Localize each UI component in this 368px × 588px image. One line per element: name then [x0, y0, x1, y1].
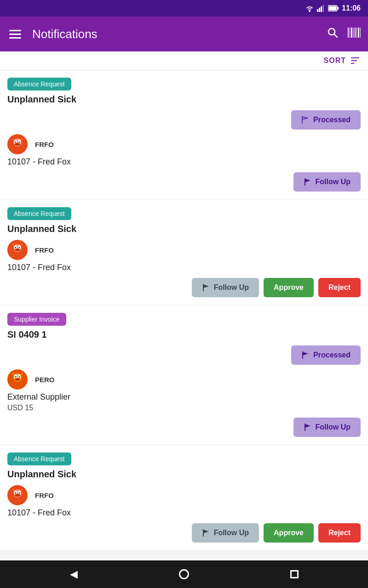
svg-rect-10 [350, 28, 350, 38]
tag-badge-3: Supplier Invoice [7, 313, 66, 326]
processed-button-3[interactable]: Processed [291, 345, 361, 365]
employee-id-1: 10107 - Fred Fox [7, 157, 361, 167]
svg-point-34 [19, 247, 20, 249]
app-bar: Notifications [0, 17, 368, 51]
flag-icon-1 [301, 116, 310, 124]
status-bar: 11:06 [0, 0, 368, 17]
back-button[interactable]: ◀ [64, 565, 83, 583]
svg-rect-6 [329, 6, 337, 11]
recents-button[interactable] [285, 565, 304, 583]
app-title: Notifications [32, 27, 317, 41]
content-area: Absence Request Unplanned Sick Processed [0, 70, 368, 560]
svg-marker-28 [305, 179, 310, 182]
app-bar-actions [327, 27, 361, 41]
avatar-4 [7, 485, 28, 505]
battery-icon [328, 5, 339, 11]
svg-marker-37 [203, 284, 209, 288]
tag-badge-2: Absence Request [7, 207, 71, 220]
approve-button-4[interactable]: Approve [264, 523, 314, 543]
svg-rect-3 [322, 5, 324, 12]
hamburger-line-2 [9, 34, 21, 35]
sort-icon [350, 56, 361, 65]
avatar-code-3: PERO [35, 376, 55, 384]
notification-card-4: Absence Request Unplanned Sick FRFO 1010… [0, 445, 368, 550]
sort-bar[interactable]: SORT [0, 51, 368, 70]
svg-rect-14 [356, 28, 357, 38]
avatar-code-2: FRFO [35, 246, 54, 254]
action-row-4: Follow Up Approve Reject [7, 523, 361, 543]
svg-point-55 [15, 494, 20, 497]
svg-rect-2 [321, 6, 322, 12]
avatar-code-4: FRFO [35, 492, 54, 499]
sort-label: SORT [324, 57, 346, 65]
follow-up-button-2[interactable]: Follow Up [192, 278, 259, 297]
svg-point-53 [15, 492, 17, 494]
flag-icon-followup-2 [202, 284, 210, 291]
action-row-2: Follow Up Approve Reject [7, 278, 361, 297]
status-time: 11:06 [342, 4, 361, 12]
follow-up-button-4[interactable]: Follow Up [192, 523, 259, 543]
flag-icon-followup-1 [304, 178, 312, 186]
employee-id-3: External Supplier [7, 392, 361, 402]
svg-rect-5 [337, 7, 339, 10]
flag-icon-followup-4 [202, 529, 210, 537]
avatar-code-1: FRFO [35, 141, 54, 148]
action-row-1: Follow Up [7, 172, 361, 192]
avatar-row-2: FRFO [7, 240, 361, 260]
avatar-3 [7, 369, 28, 390]
notification-card-1: Absence Request Unplanned Sick Processed [0, 70, 368, 199]
hamburger-line-1 [9, 30, 21, 31]
svg-rect-9 [348, 28, 349, 38]
svg-marker-57 [203, 530, 209, 533]
notification-card-3: Supplier Invoice SI 0409 1 Processed [0, 305, 368, 444]
svg-rect-1 [319, 8, 320, 12]
avatar-2 [7, 240, 28, 260]
svg-point-24 [15, 141, 17, 143]
signal-icon [317, 5, 325, 12]
notification-card-2: Absence Request Unplanned Sick FRFO 1010… [0, 200, 368, 305]
status-icons: 11:06 [305, 4, 361, 12]
supplier-usd-3: USD 15 [7, 404, 361, 412]
card-title-1: Unplanned Sick [7, 94, 361, 105]
hamburger-line-3 [9, 37, 21, 39]
follow-up-button-3[interactable]: Follow Up [293, 418, 361, 437]
follow-up-button-1[interactable]: Follow Up [293, 172, 361, 192]
svg-line-8 [334, 34, 338, 38]
home-circle [179, 569, 189, 579]
bottom-nav: ◀ [0, 560, 368, 588]
svg-rect-12 [353, 28, 354, 38]
avatar-row-3: PERO [7, 369, 361, 390]
reject-button-4[interactable]: Reject [318, 523, 361, 543]
svg-point-33 [15, 247, 17, 249]
svg-point-45 [19, 376, 20, 378]
approve-button-2[interactable]: Approve [264, 278, 314, 297]
processed-button-1[interactable]: Processed [291, 110, 361, 130]
barcode-button[interactable] [348, 28, 361, 40]
card-title-3: SI 0409 1 [7, 329, 361, 340]
card-title-4: Unplanned Sick [7, 469, 361, 480]
home-button[interactable] [175, 565, 193, 583]
svg-point-26 [15, 143, 20, 146]
wifi-icon [305, 5, 314, 12]
tag-badge-4: Absence Request [7, 452, 71, 465]
svg-point-25 [19, 141, 20, 143]
svg-point-35 [15, 249, 20, 251]
svg-rect-0 [317, 9, 318, 12]
flag-icon-processed-3 [301, 351, 310, 359]
avatar-1 [7, 134, 28, 154]
svg-rect-16 [360, 28, 361, 38]
menu-button[interactable] [7, 28, 23, 40]
action-row-3: Follow Up [7, 418, 361, 437]
svg-point-46 [15, 378, 20, 381]
svg-rect-11 [351, 28, 352, 38]
svg-marker-39 [303, 352, 308, 356]
tag-badge-1: Absence Request [7, 78, 71, 90]
svg-point-44 [15, 376, 17, 378]
svg-marker-48 [305, 424, 310, 428]
search-button[interactable] [327, 27, 339, 41]
employee-id-4: 10107 - Fred Fox [7, 508, 361, 518]
svg-point-54 [19, 492, 20, 494]
card-title-2: Unplanned Sick [7, 224, 361, 234]
flag-icon-followup-3 [304, 424, 312, 431]
reject-button-2[interactable]: Reject [318, 278, 361, 297]
